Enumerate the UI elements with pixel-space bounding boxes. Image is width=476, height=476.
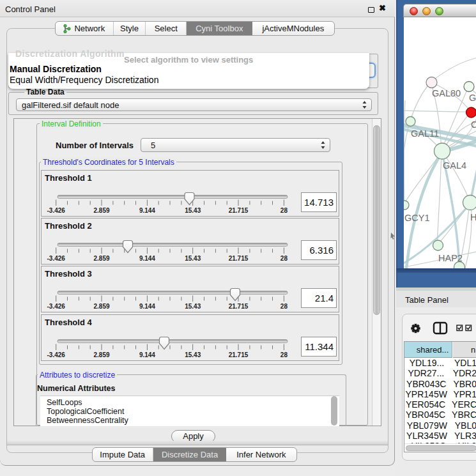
svg-text:GAL4: GAL4: [443, 160, 466, 171]
svg-text:GAL11: GAL11: [411, 128, 439, 139]
svg-text:GAL80: GAL80: [432, 88, 461, 98]
svg-text:GCY1: GCY1: [404, 213, 430, 223]
svg-text:C: C: [471, 119, 476, 130]
svg-text:H: H: [470, 212, 476, 222]
svg-text:HAP2: HAP2: [438, 253, 463, 263]
svg-text:G.: G.: [469, 93, 476, 103]
